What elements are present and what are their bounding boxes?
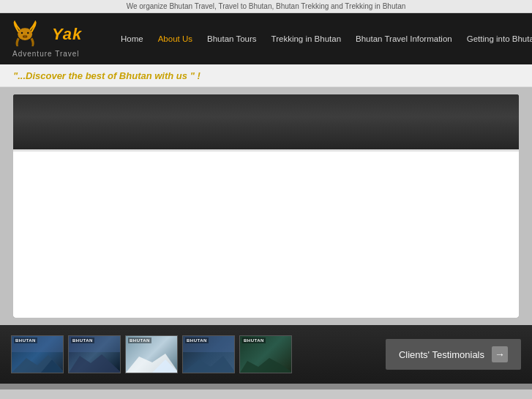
thumbnail-1[interactable]: BHUTAN xyxy=(11,335,64,373)
svg-marker-12 xyxy=(240,358,292,373)
svg-point-0 xyxy=(18,28,32,40)
thumbnails-row: BHUTAN BHUTAN BHUTAN BHUTAN xyxy=(11,335,292,373)
thumb-label-4: BHUTAN xyxy=(185,338,209,343)
yak-icon xyxy=(11,20,48,48)
thumbnail-5[interactable]: BHUTAN xyxy=(239,335,292,373)
tagline-text: "...Discover the best of Bhutan with us … xyxy=(13,70,201,81)
thumb-label-1: BHUTAN xyxy=(14,338,37,343)
svg-point-4 xyxy=(23,36,25,37)
svg-marker-8 xyxy=(69,354,121,373)
thumbnail-3[interactable]: BHUTAN xyxy=(125,335,178,373)
main-wrapper xyxy=(0,87,532,325)
svg-marker-11 xyxy=(183,356,235,373)
nav-item-travel-info[interactable]: Bhutan Travel Information xyxy=(348,30,460,48)
thumb-label-2: BHUTAN xyxy=(71,338,94,343)
main-content-area xyxy=(13,149,519,318)
bottom-bar: BHUTAN BHUTAN BHUTAN BHUTAN xyxy=(0,325,532,384)
testimonials-button[interactable]: Clients' Testimonials → xyxy=(386,339,521,370)
inner-box xyxy=(13,94,519,318)
logo-subtitle: Adventure Travel xyxy=(12,50,80,58)
nav-item-getting-in[interactable]: Getting into Bhutan xyxy=(460,30,532,48)
hero-image xyxy=(13,94,519,149)
thumb-label-5: BHUTAN xyxy=(242,338,266,343)
top-banner: We organize Bhutan Travel, Travel to Bhu… xyxy=(0,0,532,13)
nav-item-trekking[interactable]: Trekking in Bhutan xyxy=(264,30,348,48)
footer xyxy=(0,384,532,389)
thumbnail-2[interactable]: BHUTAN xyxy=(68,335,121,373)
logo-area: Yak Adventure Travel xyxy=(11,20,106,58)
svg-point-2 xyxy=(27,31,29,33)
tagline-bar: "...Discover the best of Bhutan with us … xyxy=(0,64,532,87)
logo-text: Yak xyxy=(52,25,82,44)
testimonials-arrow-icon: → xyxy=(492,346,508,362)
top-banner-text: We organize Bhutan Travel, Travel to Bhu… xyxy=(127,2,406,10)
nav-item-about[interactable]: About Us xyxy=(151,30,200,48)
thumb-label-3: BHUTAN xyxy=(128,338,151,343)
svg-point-5 xyxy=(26,36,27,37)
svg-point-1 xyxy=(21,31,23,33)
nav-item-tours[interactable]: Bhutan Tours xyxy=(200,30,264,48)
thumbnail-4[interactable]: BHUTAN xyxy=(182,335,235,373)
nav: Home About Us Bhutan Tours Trekking in B… xyxy=(113,30,532,48)
logo-icon: Yak xyxy=(11,20,82,48)
testimonials-label: Clients' Testimonials xyxy=(399,349,484,360)
nav-item-home[interactable]: Home xyxy=(113,30,151,48)
header: Yak Adventure Travel Home About Us Bhuta… xyxy=(0,13,532,64)
